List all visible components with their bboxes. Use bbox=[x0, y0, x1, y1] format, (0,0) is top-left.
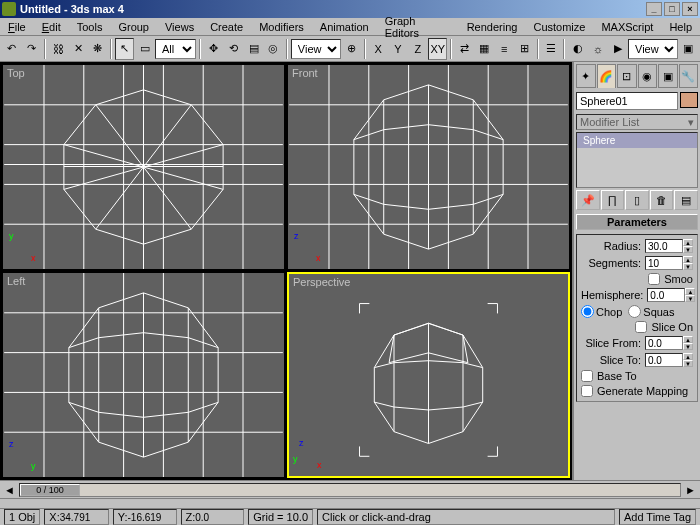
modifier-list-dropdown[interactable]: Modifier List▾ bbox=[576, 114, 698, 130]
restrict-y-button[interactable]: Y bbox=[389, 38, 408, 60]
hierarchy-tab[interactable]: ⊡ bbox=[617, 64, 637, 88]
viewport-perspective[interactable]: Perspective z x y bbox=[287, 272, 570, 478]
transform-y[interactable]: Y: bbox=[113, 509, 177, 525]
hierarchy-icon: ⊡ bbox=[622, 70, 631, 83]
display-tab[interactable]: ▣ bbox=[658, 64, 678, 88]
maximize-button[interactable]: □ bbox=[664, 2, 680, 16]
time-ruler[interactable] bbox=[0, 499, 700, 509]
menu-rendering[interactable]: Rendering bbox=[463, 19, 522, 35]
restrict-x-button[interactable]: X bbox=[369, 38, 388, 60]
viewport-top[interactable]: Top y x bbox=[2, 64, 285, 270]
bind-spacewarp-button[interactable]: ❋ bbox=[88, 38, 107, 60]
base-to-label: Base To bbox=[597, 370, 637, 382]
render-type[interactable]: View bbox=[628, 39, 678, 59]
create-tab[interactable]: ✦ bbox=[576, 64, 596, 88]
squash-radio[interactable] bbox=[628, 305, 641, 318]
next-key-button[interactable]: ► bbox=[685, 484, 696, 496]
viewport-front[interactable]: Front z x bbox=[287, 64, 570, 270]
menu-views[interactable]: Views bbox=[161, 19, 198, 35]
render-last-button[interactable]: ▣ bbox=[679, 38, 698, 60]
select-manipulate-button[interactable]: ◎ bbox=[264, 38, 283, 60]
radius-input[interactable] bbox=[645, 239, 683, 253]
close-button[interactable]: × bbox=[682, 2, 698, 16]
time-slider-handle[interactable]: 0 / 100 bbox=[20, 484, 80, 496]
hemisphere-input[interactable] bbox=[647, 288, 685, 302]
title-bar: Untitled - 3ds max 4 _ □ × bbox=[0, 0, 700, 18]
align-button[interactable]: ≡ bbox=[495, 38, 514, 60]
select-move-button[interactable]: ✥ bbox=[204, 38, 223, 60]
transform-x[interactable]: X: bbox=[44, 509, 108, 525]
restrict-xy-button[interactable]: XY bbox=[428, 38, 447, 60]
generate-mapping-checkbox[interactable] bbox=[581, 385, 593, 397]
menu-modifiers[interactable]: Modifiers bbox=[255, 19, 308, 35]
segments-down[interactable]: ▼ bbox=[683, 263, 693, 270]
time-slider[interactable]: 0 / 100 bbox=[19, 483, 681, 497]
transform-z[interactable]: Z: bbox=[181, 509, 245, 525]
object-name-field[interactable]: Sphere01 bbox=[576, 92, 678, 110]
select-region-button[interactable]: ▭ bbox=[135, 38, 154, 60]
viewport-left[interactable]: Left z y bbox=[2, 272, 285, 478]
menu-group[interactable]: Group bbox=[114, 19, 153, 35]
sf-down[interactable]: ▼ bbox=[683, 343, 693, 350]
remove-modifier-button[interactable]: 🗑 bbox=[650, 190, 674, 210]
menu-create[interactable]: Create bbox=[206, 19, 247, 35]
slice-to-input[interactable] bbox=[645, 353, 683, 367]
material-editor-button[interactable]: ◐ bbox=[568, 38, 587, 60]
menu-file[interactable]: File bbox=[4, 19, 30, 35]
restrict-z-button[interactable]: Z bbox=[408, 38, 427, 60]
show-end-result-button[interactable]: ∏ bbox=[601, 190, 625, 210]
menu-maxscript[interactable]: MAXScript bbox=[597, 19, 657, 35]
render-scene-button[interactable]: ☼ bbox=[588, 38, 607, 60]
modifier-stack[interactable]: Sphere bbox=[576, 132, 698, 188]
redo-button[interactable]: ↷ bbox=[22, 38, 41, 60]
named-selection-button[interactable]: ☰ bbox=[542, 38, 561, 60]
hemi-up[interactable]: ▲ bbox=[685, 288, 695, 295]
hemi-down[interactable]: ▼ bbox=[685, 295, 695, 302]
snap-toggle-button[interactable]: ⊞ bbox=[515, 38, 534, 60]
slice-from-input[interactable] bbox=[645, 336, 683, 350]
configure-sets-button[interactable]: ▤ bbox=[674, 190, 698, 210]
radius-down[interactable]: ▼ bbox=[683, 246, 693, 253]
menu-customize[interactable]: Customize bbox=[529, 19, 589, 35]
minimize-button[interactable]: _ bbox=[646, 2, 662, 16]
slice-on-checkbox[interactable] bbox=[635, 321, 647, 333]
object-color-swatch[interactable] bbox=[680, 92, 698, 108]
menu-edit[interactable]: Edit bbox=[38, 19, 65, 35]
segments-input[interactable] bbox=[645, 256, 683, 270]
selection-filter[interactable]: All bbox=[155, 39, 196, 59]
select-rotate-button[interactable]: ⟲ bbox=[224, 38, 243, 60]
unlink-button[interactable]: ✕ bbox=[69, 38, 88, 60]
prev-key-button[interactable]: ◄ bbox=[4, 484, 15, 496]
select-scale-button[interactable]: ▤ bbox=[244, 38, 263, 60]
modify-tab[interactable]: 🌈 bbox=[597, 64, 617, 88]
base-to-checkbox[interactable] bbox=[581, 370, 593, 382]
st-down[interactable]: ▼ bbox=[683, 360, 693, 367]
chop-radio[interactable] bbox=[581, 305, 594, 318]
menu-graph-editors[interactable]: Graph Editors bbox=[381, 13, 455, 41]
segments-up[interactable]: ▲ bbox=[683, 256, 693, 263]
undo-button[interactable]: ↶ bbox=[2, 38, 21, 60]
add-time-tag-button[interactable]: Add Time Tag bbox=[619, 509, 696, 525]
quick-render-button[interactable]: ▶ bbox=[608, 38, 627, 60]
array-button[interactable]: ▦ bbox=[475, 38, 494, 60]
ref-coord-system[interactable]: View bbox=[291, 39, 341, 59]
select-button[interactable]: ↖ bbox=[115, 38, 134, 60]
use-pivot-center-button[interactable]: ⊕ bbox=[342, 38, 361, 60]
front-axis-tripod: z x bbox=[294, 233, 324, 263]
menu-animation[interactable]: Animation bbox=[316, 19, 373, 35]
mirror-button[interactable]: ⇄ bbox=[455, 38, 474, 60]
st-up[interactable]: ▲ bbox=[683, 353, 693, 360]
menu-help[interactable]: Help bbox=[665, 19, 696, 35]
radius-up[interactable]: ▲ bbox=[683, 239, 693, 246]
utilities-tab[interactable]: 🔧 bbox=[679, 64, 699, 88]
display-icon: ▣ bbox=[663, 70, 673, 83]
motion-tab[interactable]: ◉ bbox=[638, 64, 658, 88]
pin-stack-button[interactable]: 📌 bbox=[576, 190, 600, 210]
smooth-checkbox[interactable] bbox=[648, 273, 660, 285]
sf-up[interactable]: ▲ bbox=[683, 336, 693, 343]
link-button[interactable]: ⛓ bbox=[49, 38, 68, 60]
stack-item-sphere[interactable]: Sphere bbox=[577, 133, 697, 148]
make-unique-button[interactable]: ▯ bbox=[625, 190, 649, 210]
parameters-rollup-header[interactable]: Parameters bbox=[576, 214, 698, 230]
menu-tools[interactable]: Tools bbox=[73, 19, 107, 35]
